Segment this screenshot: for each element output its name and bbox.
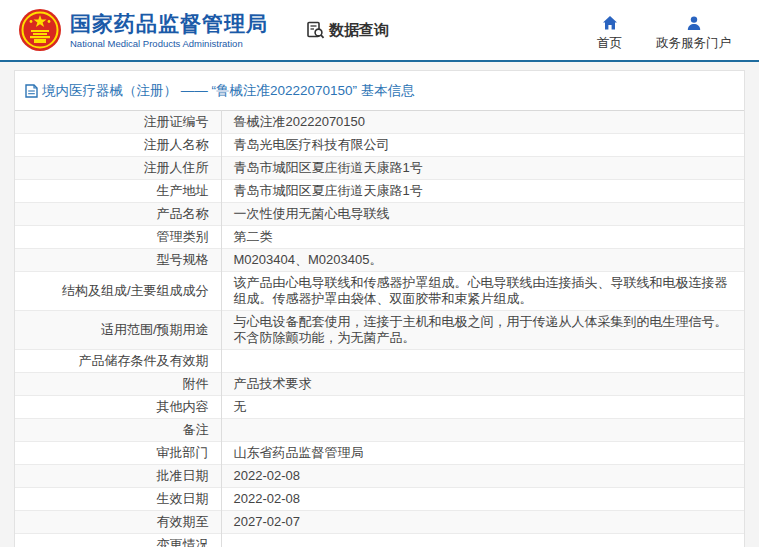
row-label: 变更情况	[15, 534, 221, 547]
row-value: 无	[221, 396, 744, 419]
page-title: 境内医疗器械（注册） —— “鲁械注准20222070150” 基本信息	[42, 82, 415, 100]
table-row: 管理类别第二类	[15, 226, 744, 249]
nav-item-label: 首页	[597, 35, 622, 52]
row-label: 审批部门	[15, 442, 221, 465]
row-label: 产品名称	[15, 203, 221, 226]
table-row: 审批部门山东省药品监督管理局	[15, 442, 744, 465]
info-table-body: 注册证编号鲁械注准20222070150注册人名称青岛光电医疗科技有限公司注册人…	[15, 111, 744, 547]
row-value: 2027-02-07	[221, 511, 744, 534]
row-value: 与心电设备配套使用，连接于主机和电极之间，用于传递从人体采集到的电生理信号。不含…	[221, 311, 744, 350]
table-row: 附件产品技术要求	[15, 373, 744, 396]
row-value: 青岛市城阳区夏庄街道天康路1号	[221, 157, 744, 180]
table-row: 变更情况	[15, 534, 744, 547]
user-icon	[686, 15, 702, 31]
data-query-label: 数据查询	[329, 21, 389, 40]
row-value: 青岛市城阳区夏庄街道天康路1号	[221, 180, 744, 203]
row-value: 一次性使用无菌心电导联线	[221, 203, 744, 226]
row-value: 第二类	[221, 226, 744, 249]
nav-item-portal[interactable]: 政务服务门户	[656, 15, 731, 52]
home-icon	[602, 15, 618, 31]
org-titles: 国家药品监督管理局 National Medical Products Admi…	[70, 12, 268, 49]
row-value: M0203404、M0203405。	[221, 249, 744, 272]
table-row: 产品储存条件及有效期	[15, 350, 744, 373]
table-row: 其他内容无	[15, 396, 744, 419]
document-search-icon	[306, 21, 325, 40]
site-header: 国家药品监督管理局 National Medical Products Admi…	[0, 0, 759, 62]
row-value: 鲁械注准20222070150	[221, 111, 744, 134]
row-value	[221, 534, 744, 547]
table-row: 生效日期2022-02-08	[15, 488, 744, 511]
table-row: 型号规格M0203404、M0203405。	[15, 249, 744, 272]
row-value: 该产品由心电导联线和传感器护罩组成。心电导联线由连接插头、导联线和电极连接器组成…	[221, 272, 744, 311]
row-label: 结构及组成/主要组成成分	[15, 272, 221, 311]
row-label: 注册证编号	[15, 111, 221, 134]
row-label: 型号规格	[15, 249, 221, 272]
row-label: 管理类别	[15, 226, 221, 249]
row-label: 适用范围/预期用途	[15, 311, 221, 350]
row-value: 2022-02-08	[221, 488, 744, 511]
nav-item-label: 政务服务门户	[656, 35, 731, 52]
national-emblem-icon	[18, 8, 62, 52]
row-label: 其他内容	[15, 396, 221, 419]
row-value	[221, 350, 744, 373]
row-label: 产品储存条件及有效期	[15, 350, 221, 373]
data-query-button[interactable]: 数据查询	[306, 21, 389, 40]
row-value: 青岛光电医疗科技有限公司	[221, 134, 744, 157]
table-row: 结构及组成/主要组成成分该产品由心电导联线和传感器护罩组成。心电导联线由连接插头…	[15, 272, 744, 311]
nav-item-home[interactable]: 首页	[597, 15, 622, 52]
table-row: 生产地址青岛市城阳区夏庄街道天康路1号	[15, 180, 744, 203]
breadcrumb: 境内医疗器械（注册） —— “鲁械注准20222070150” 基本信息	[15, 71, 744, 110]
row-label: 附件	[15, 373, 221, 396]
top-nav: 首页 政务服务门户	[597, 9, 731, 52]
row-value: 2022-02-08	[221, 465, 744, 488]
table-row: 有效期至2027-02-07	[15, 511, 744, 534]
row-value: 山东省药品监督管理局	[221, 442, 744, 465]
row-label: 生效日期	[15, 488, 221, 511]
table-row: 备注	[15, 419, 744, 442]
row-label: 生产地址	[15, 180, 221, 203]
nmpa-logo-link[interactable]: 国家药品监督管理局 National Medical Products Admi…	[18, 8, 268, 52]
org-name-en: National Medical Products Administration	[70, 38, 268, 49]
table-row: 注册证编号鲁械注准20222070150	[15, 111, 744, 134]
table-row: 注册人住所青岛市城阳区夏庄街道天康路1号	[15, 157, 744, 180]
document-icon	[25, 84, 38, 98]
registration-info-table: 注册证编号鲁械注准20222070150注册人名称青岛光电医疗科技有限公司注册人…	[15, 110, 744, 547]
table-row: 产品名称一次性使用无菌心电导联线	[15, 203, 744, 226]
row-label: 注册人住所	[15, 157, 221, 180]
row-label: 备注	[15, 419, 221, 442]
row-label: 有效期至	[15, 511, 221, 534]
content-panel: 境内医疗器械（注册） —— “鲁械注准20222070150” 基本信息 注册证…	[14, 70, 745, 547]
row-label: 批准日期	[15, 465, 221, 488]
row-value: 产品技术要求	[221, 373, 744, 396]
row-label: 注册人名称	[15, 134, 221, 157]
table-row: 适用范围/预期用途与心电设备配套使用，连接于主机和电极之间，用于传递从人体采集到…	[15, 311, 744, 350]
row-value	[221, 419, 744, 442]
org-name-zh: 国家药品监督管理局	[70, 12, 268, 36]
table-row: 批准日期2022-02-08	[15, 465, 744, 488]
table-row: 注册人名称青岛光电医疗科技有限公司	[15, 134, 744, 157]
